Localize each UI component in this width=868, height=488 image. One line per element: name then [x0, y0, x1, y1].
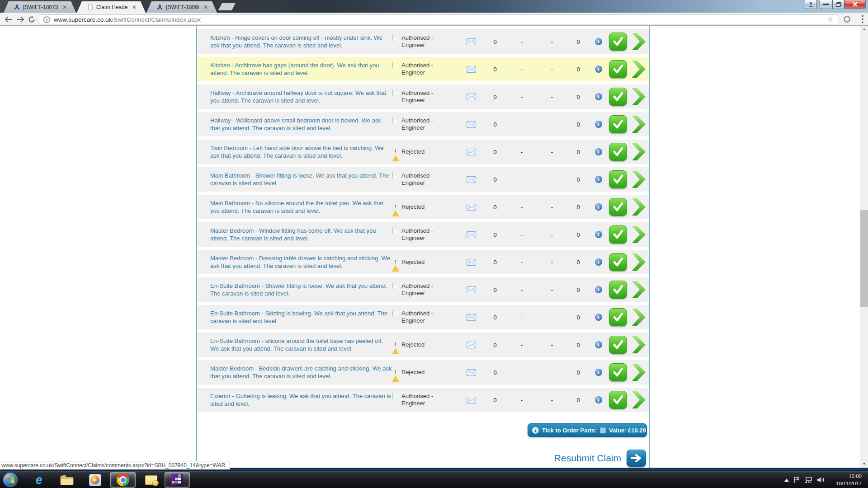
email-icon[interactable]	[459, 231, 484, 238]
page-scrollbar[interactable]: ▲ ▼	[860, 26, 868, 468]
open-claim-arrow-button[interactable]	[628, 197, 649, 216]
email-icon[interactable]	[459, 341, 484, 348]
email-icon[interactable]	[459, 396, 484, 404]
tab-swift-18073[interactable]: [SWIFT-18073] Master Be ✕	[4, 1, 76, 13]
info-icon[interactable]: i	[595, 38, 602, 45]
reload-button[interactable]	[26, 14, 37, 25]
tab-close-icon[interactable]: ✕	[61, 5, 67, 10]
open-claim-arrow-button[interactable]	[628, 280, 649, 299]
scroll-up-icon[interactable]: ▲	[860, 26, 868, 33]
taskbar-item-explorer[interactable]	[54, 472, 80, 488]
info-icon[interactable]: i	[595, 314, 602, 321]
open-claim-arrow-button[interactable]	[628, 32, 649, 51]
open-claim-arrow-button[interactable]	[628, 142, 649, 161]
scroll-down-icon[interactable]: ▼	[860, 460, 868, 468]
info-icon[interactable]: i	[595, 176, 602, 183]
chrome-menu-icon[interactable]: •••	[859, 14, 867, 24]
claim-description-link[interactable]: Master Bedroom - Bedside drawers are cat…	[210, 365, 392, 380]
taskbar-item-chrome[interactable]	[110, 472, 136, 488]
claim-description-link[interactable]: Master Bedroom - Window fitting has come…	[210, 227, 392, 242]
claim-description-link[interactable]: Master Bedroom - Dressing table drawer i…	[210, 254, 392, 270]
open-claim-arrow-button[interactable]	[628, 335, 649, 354]
close-button[interactable]	[844, 0, 866, 9]
info-icon[interactable]: i	[595, 121, 602, 128]
tab-swift-18060[interactable]: [SWIFT-18060] Kitchen - ✕	[146, 1, 217, 13]
approve-check-button[interactable]	[608, 115, 628, 133]
volume-icon[interactable]	[817, 477, 825, 483]
resubmit-claim-link[interactable]: Resubmit Claim	[554, 453, 621, 464]
approve-check-button[interactable]	[608, 225, 628, 244]
approve-check-button[interactable]	[608, 170, 628, 188]
claim-description-link[interactable]: En-Suite Bathroom - silicone around the …	[210, 337, 392, 352]
email-icon[interactable]	[459, 203, 484, 211]
approve-check-button[interactable]	[608, 198, 628, 216]
email-icon[interactable]	[459, 66, 484, 73]
claim-description-link[interactable]: Hallway - Wallboard above small bedroom …	[210, 117, 392, 132]
order-parts-checkbox[interactable]	[600, 427, 606, 433]
maximize-button[interactable]	[832, 0, 844, 9]
approve-check-button[interactable]	[608, 60, 628, 78]
claim-description-link[interactable]: Twin Bedroom - Left hand side door above…	[210, 144, 392, 160]
profile-button[interactable]	[805, 0, 817, 9]
email-icon[interactable]	[459, 369, 484, 376]
claim-description-link[interactable]: Kitchen - Hinge covers on door coming of…	[210, 34, 392, 49]
approve-check-button[interactable]	[608, 363, 628, 381]
info-icon[interactable]: i	[595, 396, 602, 404]
open-claim-arrow-button[interactable]	[628, 253, 649, 272]
open-claim-arrow-button[interactable]	[628, 390, 649, 409]
approve-check-button[interactable]	[608, 33, 628, 51]
address-bar[interactable]: www.supercare.co.uk/SwiftConnect/Claims/…	[39, 14, 838, 24]
claim-description-link[interactable]: Hallway - Architrave around hallway door…	[210, 89, 392, 104]
info-icon[interactable]: i	[595, 258, 602, 266]
claim-description-link[interactable]: Main Bathroom - Shower fitting is loose.…	[210, 172, 392, 187]
email-icon[interactable]	[459, 38, 484, 45]
open-claim-arrow-button[interactable]	[628, 225, 649, 244]
bookmark-star-icon[interactable]: ☆	[827, 15, 833, 23]
taskbar-item-outlook[interactable]	[138, 472, 164, 488]
banner-info-icon[interactable]: i	[532, 427, 539, 434]
email-icon[interactable]	[459, 148, 484, 155]
tab-close-icon[interactable]: ✕	[202, 5, 208, 10]
claim-description-link[interactable]: Kitchen - Architrave has gaps (around th…	[210, 61, 392, 77]
taskbar-item-app[interactable]	[165, 472, 190, 488]
new-tab-button[interactable]	[218, 3, 236, 10]
open-claim-arrow-button[interactable]	[628, 363, 649, 382]
tab-claim-header[interactable]: Claim Header ✕	[77, 1, 146, 13]
approve-check-button[interactable]	[608, 281, 628, 299]
approve-check-button[interactable]	[608, 308, 628, 326]
forward-button[interactable]	[15, 14, 26, 25]
email-icon[interactable]	[459, 314, 484, 321]
action-center-flag-icon[interactable]	[794, 477, 799, 483]
taskbar-clock[interactable]: 15:00 18/11/2017	[836, 473, 862, 487]
approve-check-button[interactable]	[608, 391, 628, 409]
email-icon[interactable]	[459, 286, 484, 293]
info-icon[interactable]: i	[595, 369, 602, 376]
taskbar-item-media-player[interactable]: ►	[82, 472, 108, 488]
claim-description-link[interactable]: En-Suite Bathroom - Shower fitting is lo…	[210, 282, 392, 297]
email-icon[interactable]	[459, 121, 484, 128]
approve-check-button[interactable]	[608, 336, 628, 354]
claim-description-link[interactable]: Main Bathroom - No silicone around the t…	[210, 199, 392, 215]
info-icon[interactable]: i	[595, 286, 602, 293]
info-icon[interactable]: i	[595, 231, 602, 238]
scrollbar-thumb[interactable]	[860, 210, 868, 307]
open-claim-arrow-button[interactable]	[628, 308, 649, 327]
page-info-icon[interactable]	[43, 16, 50, 23]
email-icon[interactable]	[459, 93, 484, 100]
taskbar-item-internet-explorer[interactable]: e	[26, 472, 52, 488]
extension-icon[interactable]	[844, 16, 850, 23]
tray-expand-icon[interactable]	[784, 479, 789, 482]
start-button[interactable]	[3, 473, 18, 487]
network-icon[interactable]	[804, 477, 812, 483]
info-icon[interactable]: i	[595, 93, 602, 100]
email-icon[interactable]	[459, 258, 484, 266]
claim-description-link[interactable]: Exterior - Guttering is leaking. We ask …	[210, 392, 392, 408]
info-icon[interactable]: i	[595, 66, 602, 73]
claim-description-link[interactable]: En-Suite Bathroom - Skirting is bowing. …	[210, 310, 392, 325]
info-icon[interactable]: i	[595, 203, 602, 211]
approve-check-button[interactable]	[608, 143, 628, 161]
tab-close-icon[interactable]: ✕	[130, 5, 137, 10]
approve-check-button[interactable]	[608, 88, 628, 106]
open-claim-arrow-button[interactable]	[628, 115, 649, 134]
open-claim-arrow-button[interactable]	[628, 87, 649, 106]
